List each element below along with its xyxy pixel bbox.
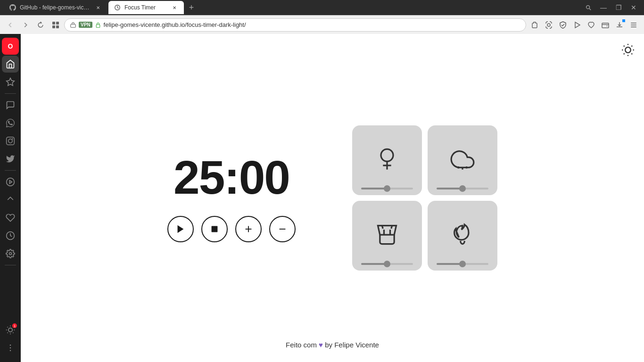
close-window-btn[interactable]: ✕: [627, 1, 640, 14]
page-content: 25:00: [21, 34, 644, 362]
minus-time-button[interactable]: [269, 216, 296, 242]
sidebar-item-games[interactable]: [2, 191, 19, 208]
sound-card-cafe[interactable]: [352, 201, 422, 271]
fire-slider-wrap: [433, 263, 492, 265]
github-tab-close[interactable]: ✕: [94, 4, 102, 11]
focus-timer-favicon: [114, 4, 121, 11]
svg-point-51: [381, 149, 393, 161]
timer-controls: [167, 216, 296, 242]
theme-toggle-button[interactable]: [619, 41, 636, 58]
forest-slider[interactable]: [361, 188, 413, 189]
svg-line-2: [589, 8, 591, 10]
github-favicon: [9, 4, 16, 11]
play-button[interactable]: [167, 216, 194, 242]
svg-line-45: [631, 46, 632, 47]
extensions-icon[interactable]: [528, 18, 541, 32]
tabs-button[interactable]: [49, 18, 62, 32]
svg-line-29: [13, 332, 13, 333]
address-text: felipe-gomes-vicente.github.io/focus-tim…: [104, 21, 520, 28]
sidebar-item-more[interactable]: [2, 339, 19, 356]
sidebar-item-liked[interactable]: [2, 209, 19, 226]
download-icon[interactable]: [613, 18, 626, 32]
tab-github[interactable]: GitHub - felipe-gomes-vice... ✕: [4, 1, 107, 14]
sidebar-divider-3: [5, 265, 16, 265]
forest-slider-wrap: [358, 188, 416, 189]
svg-rect-5: [52, 25, 55, 28]
search-btn[interactable]: [582, 1, 595, 14]
fire-icon: [450, 210, 475, 259]
svg-point-25: [8, 328, 12, 332]
svg-point-34: [10, 345, 11, 346]
reload-button[interactable]: [34, 18, 47, 32]
forward-button[interactable]: [19, 18, 32, 32]
sidebar-item-twitter[interactable]: [2, 150, 19, 167]
sound-card-fire[interactable]: [428, 201, 497, 271]
svg-point-36: [10, 350, 11, 352]
main-layout: 25:00: [167, 125, 497, 271]
add-time-button[interactable]: [235, 216, 262, 242]
svg-marker-16: [7, 78, 15, 86]
footer: Feito com ♥ by Felipe Vicente: [286, 341, 379, 349]
vpn-icon: [70, 22, 76, 28]
sidebar-item-instagram[interactable]: [2, 132, 19, 149]
svg-point-1: [586, 6, 590, 9]
tree-icon: [375, 135, 399, 184]
fire-slider[interactable]: [437, 263, 488, 265]
rain-cloud-icon: [450, 135, 475, 184]
screenshot-icon[interactable]: [542, 18, 555, 32]
focus-timer-tab-close[interactable]: ✕: [171, 4, 178, 11]
address-bar[interactable]: VPN felipe-gomes-vicente.github.io/focus…: [64, 18, 526, 32]
sidebar-item-home[interactable]: [2, 56, 19, 73]
rain-slider-wrap: [433, 188, 492, 189]
window-controls: — ❐ ✕: [582, 1, 640, 14]
toolbar-actions: [528, 18, 640, 32]
svg-point-24: [9, 253, 12, 255]
heart-icon[interactable]: [585, 18, 598, 32]
sidebar-item-notifications[interactable]: 1: [2, 321, 19, 338]
sound-grid: [352, 125, 497, 271]
svg-point-37: [625, 47, 631, 53]
rain-slider[interactable]: [437, 188, 488, 189]
svg-line-32: [8, 332, 8, 333]
cafe-slider-wrap: [358, 263, 416, 265]
vpn-badge: VPN: [79, 22, 92, 28]
svg-rect-3: [52, 22, 55, 25]
menu-icon[interactable]: [627, 18, 640, 32]
svg-point-21: [7, 178, 15, 186]
wallet-icon[interactable]: [599, 18, 612, 32]
cafe-slider[interactable]: [361, 263, 413, 265]
stop-button[interactable]: [201, 216, 228, 242]
minimize-btn[interactable]: —: [597, 1, 610, 14]
svg-line-44: [624, 53, 625, 54]
maximize-btn[interactable]: ❐: [612, 1, 625, 14]
sidebar-item-history[interactable]: [2, 227, 19, 244]
svg-line-41: [631, 53, 632, 54]
sidebar-item-whatsapp[interactable]: [2, 115, 19, 132]
svg-rect-8: [96, 25, 100, 27]
footer-prefix: Feito com: [286, 341, 317, 349]
svg-point-9: [547, 24, 550, 26]
sound-card-rain[interactable]: [428, 125, 497, 195]
svg-rect-18: [7, 137, 15, 145]
opera-logo[interactable]: O: [2, 38, 19, 55]
shield-icon[interactable]: [556, 18, 570, 32]
opera-sidebar: O: [0, 34, 21, 362]
back-button[interactable]: [4, 18, 17, 32]
sidebar-item-settings[interactable]: [2, 245, 19, 262]
sound-card-forest[interactable]: [352, 125, 422, 195]
svg-rect-7: [71, 24, 76, 27]
svg-rect-14: [631, 25, 636, 25]
play-icon[interactable]: [570, 18, 584, 32]
svg-line-40: [624, 46, 625, 47]
sidebar-item-bookmarks[interactable]: [2, 74, 19, 90]
svg-rect-13: [631, 23, 636, 24]
timer-display: 25:00: [173, 154, 289, 201]
footer-suffix: by Felipe Vicente: [325, 341, 379, 349]
tab-focus-timer[interactable]: Focus Timer ✕: [108, 1, 184, 14]
new-tab-button[interactable]: +: [185, 1, 198, 14]
svg-rect-11: [602, 23, 609, 28]
focus-timer-tab-title: Focus Timer: [124, 4, 167, 11]
sidebar-item-music[interactable]: [2, 173, 19, 190]
svg-line-28: [8, 327, 8, 328]
sidebar-item-messenger[interactable]: [2, 97, 19, 114]
